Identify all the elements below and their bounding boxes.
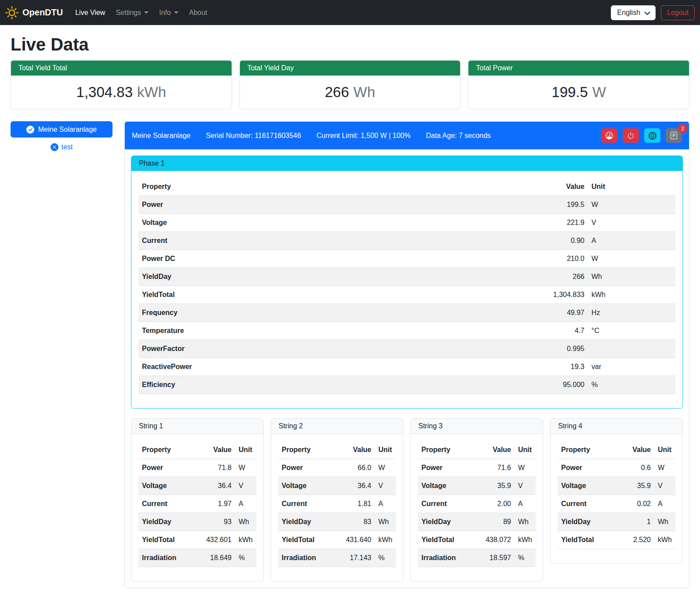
inverter-item-test[interactable]: test <box>11 143 112 151</box>
summary-value: 199.5 <box>551 84 588 101</box>
table-row: Current1.97A <box>138 495 256 513</box>
limit-settings-button[interactable] <box>601 128 617 143</box>
row-unit: Wh <box>235 513 256 531</box>
table-header-row: Property Value Unit <box>138 441 256 459</box>
row-value: 4.7 <box>526 322 588 340</box>
inverter-header: Meine Solaranlage Serial Number: 1161716… <box>125 122 689 149</box>
row-unit: A <box>654 495 675 513</box>
sun-logo-icon <box>5 6 18 19</box>
row-unit: kWh <box>515 531 536 549</box>
phase-panel-body: Property Value Unit Power199.5WVoltage22… <box>131 171 682 408</box>
row-unit: W <box>588 250 675 268</box>
nav-item-label: Info <box>159 9 171 17</box>
inverter-item-label: test <box>62 143 73 151</box>
row-property: YieldDay <box>418 513 472 531</box>
table-head: Property Value Unit <box>138 178 675 196</box>
row-value: 432.601 <box>193 531 235 549</box>
table-row: Power DC210.0W <box>138 250 675 268</box>
language-select-value: English <box>617 9 640 17</box>
logout-button[interactable]: Logout <box>661 5 695 20</box>
summary-card-total-power: Total Power 199.5 W <box>468 60 689 109</box>
row-value: 36.4 <box>193 477 235 495</box>
inverter-sidebar: Meine Solaranlage test <box>11 121 112 151</box>
row-unit: kWh <box>588 286 675 304</box>
row-value: 1,304.833 <box>526 286 588 304</box>
row-unit: V <box>654 477 675 495</box>
string-table: Property Value Unit Power66.0WVoltage36.… <box>278 441 396 567</box>
chevron-down-icon <box>644 10 651 18</box>
column-header-unit: Unit <box>588 178 675 196</box>
row-value: 71.6 <box>472 459 515 477</box>
row-value: 1.81 <box>333 495 375 513</box>
column-header-value: Value <box>612 441 654 459</box>
row-value: 93 <box>193 513 235 531</box>
table-row: Voltage35.9V <box>558 477 675 495</box>
row-value: 0.995 <box>526 340 588 358</box>
row-property: YieldDay <box>278 513 333 531</box>
row-value: 18.649 <box>193 549 235 567</box>
table-row: Voltage36.4V <box>138 477 256 495</box>
string-table: Property Value Unit Power71.8WVoltage36.… <box>138 441 256 567</box>
row-value: 2.520 <box>612 531 654 549</box>
table-body: Power66.0WVoltage36.4VCurrent1.81AYieldD… <box>278 459 396 567</box>
table-row: Irradiation18.597% <box>418 549 536 567</box>
string-panel-body: Property Value Unit Power71.8WVoltage36.… <box>131 434 263 581</box>
row-property: Voltage <box>138 214 526 232</box>
column-header-unit: Unit <box>654 441 675 459</box>
page-title: Live Data <box>11 35 689 54</box>
string-panel-2: String 2 Property Value Unit <box>271 418 403 582</box>
table-header-row: Property Value Unit <box>138 178 675 196</box>
row-property: Current <box>278 495 333 513</box>
row-unit: W <box>654 459 675 477</box>
column-header-value: Value <box>472 441 515 459</box>
row-property: Current <box>558 495 612 513</box>
column-header-value: Value <box>193 441 235 459</box>
brand[interactable]: OpenDTU <box>5 6 63 19</box>
row-property: YieldTotal <box>138 286 526 304</box>
language-select[interactable]: English <box>611 5 656 20</box>
summary-unit: kWh <box>137 84 166 101</box>
event-log-button[interactable]: 2 <box>666 128 682 143</box>
row-value: 0.6 <box>612 459 654 477</box>
row-unit: Wh <box>515 513 536 531</box>
row-property: YieldDay <box>138 268 526 286</box>
nav-item-info[interactable]: Info <box>154 5 184 20</box>
nav-item-about[interactable]: About <box>184 5 213 20</box>
power-switch-button[interactable] <box>623 128 639 143</box>
table-row: Current2.00A <box>418 495 536 513</box>
table-row: Voltage221.9V <box>138 214 675 232</box>
inverter-selected-button[interactable]: Meine Solaranlage <box>11 121 112 137</box>
table-row: YieldDay93Wh <box>138 513 256 531</box>
string-panel-body: Property Value Unit Power71.6WVoltage35.… <box>411 434 543 581</box>
nav-item-settings[interactable]: Settings <box>110 5 154 20</box>
row-unit: A <box>235 495 256 513</box>
row-value: 71.8 <box>193 459 235 477</box>
row-unit: kWh <box>654 531 675 549</box>
summary-card-title: Total Yield Total <box>11 61 232 76</box>
inverter-body: Phase 1 Property Value Unit Power199.5WV… <box>125 149 689 588</box>
page-container: Live Data Total Yield Total 1,304.83 kWh… <box>0 25 700 597</box>
row-property: Voltage <box>278 477 333 495</box>
brand-label: OpenDTU <box>22 7 63 18</box>
row-value: 1.97 <box>193 495 235 513</box>
nav-item-live-view[interactable]: Live View <box>70 5 110 20</box>
row-property: Voltage <box>558 477 612 495</box>
row-value: 0.90 <box>526 232 588 250</box>
table-row: YieldTotal432.601kWh <box>138 531 256 549</box>
row-unit: % <box>235 549 256 567</box>
table-header-row: Property Value Unit <box>558 441 675 459</box>
row-unit: Wh <box>588 268 675 286</box>
row-unit: Wh <box>375 513 396 531</box>
row-property: Current <box>138 495 193 513</box>
row-property: ReactivePower <box>138 358 526 376</box>
row-property: YieldTotal <box>558 531 612 549</box>
table-row: Current0.90A <box>138 232 675 250</box>
row-property: YieldTotal <box>418 531 472 549</box>
string-table: Property Value Unit Power0.6WVoltage35.9… <box>558 441 675 549</box>
row-value: 438.072 <box>472 531 515 549</box>
table-row: YieldTotal2.520kWh <box>558 531 675 549</box>
device-info-button[interactable] <box>644 128 660 143</box>
table-body: Power199.5WVoltage221.9VCurrent0.90APowe… <box>138 196 675 394</box>
table-body: Power0.6WVoltage35.9VCurrent0.02AYieldDa… <box>558 459 675 549</box>
nav-item-label: About <box>189 9 207 17</box>
